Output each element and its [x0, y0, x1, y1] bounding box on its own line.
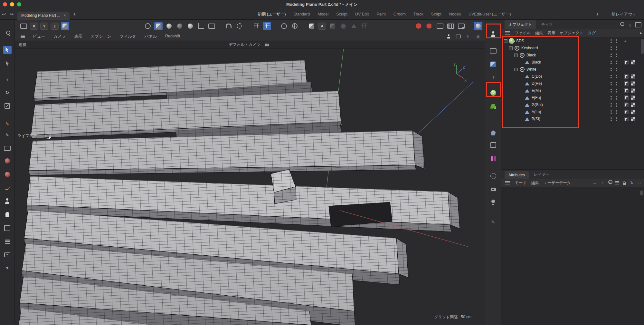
- viewport-panels-icon[interactable]: [475, 34, 481, 40]
- render-visibility-dots[interactable]: [615, 60, 618, 65]
- expander-icon[interactable]: −: [514, 68, 518, 71]
- phong-tag-icon[interactable]: [624, 95, 629, 100]
- subdivision-surface-button[interactable]: [489, 89, 497, 97]
- layout-tab-2[interactable]: Model: [314, 9, 332, 19]
- editor-visibility-dots[interactable]: [610, 74, 612, 79]
- tree-item-keyboard[interactable]: −Keyboard: [501, 44, 642, 52]
- uv-tag-icon[interactable]: [631, 103, 635, 107]
- tree-item-black[interactable]: −Black: [501, 52, 642, 59]
- om-tab-0[interactable]: オブジェクト: [505, 20, 536, 29]
- axis-gizmo[interactable]: Y Z X: [451, 62, 468, 83]
- render-picture-viewer-button[interactable]: [425, 22, 433, 30]
- tree-item-cdo[interactable]: C(Do): [501, 73, 642, 80]
- layout-tab-7[interactable]: Track: [410, 9, 427, 19]
- attr-menu-icon[interactable]: [505, 180, 510, 186]
- more-tools-button[interactable]: ▾: [3, 264, 12, 272]
- redo-icon[interactable]: ↪: [8, 11, 15, 17]
- cylinder-tool[interactable]: [3, 210, 12, 219]
- om-menu-item-4[interactable]: タグ: [588, 30, 596, 36]
- render-visibility-dots[interactable]: [615, 53, 618, 58]
- live-selection-tool[interactable]: [3, 46, 12, 54]
- plane-mode-icon[interactable]: [207, 22, 216, 30]
- snap-settings-icon[interactable]: [235, 22, 243, 30]
- layout-tab-0[interactable]: 初期 (ユーザー): [254, 9, 289, 19]
- viewport-menu-item-1[interactable]: カメラ: [53, 34, 66, 39]
- volume-builder-tool[interactable]: [3, 157, 12, 165]
- annotate-button[interactable]: ✎: [489, 218, 497, 226]
- render-visibility-dots[interactable]: [615, 116, 618, 122]
- coordinate-system-button[interactable]: [61, 22, 69, 30]
- lock-icon[interactable]: [621, 180, 627, 186]
- list-icon[interactable]: [614, 180, 620, 186]
- tree-item-sds[interactable]: −SDS✓: [501, 37, 642, 44]
- points-disabled-icon[interactable]: [350, 22, 358, 30]
- axis-lock-z-button[interactable]: Z: [51, 23, 59, 30]
- cube-disabled-icon[interactable]: [328, 22, 337, 30]
- mograph-tool[interactable]: [3, 237, 12, 246]
- tree-item-white[interactable]: −White: [501, 66, 642, 73]
- axis-lock-y-button[interactable]: Y: [40, 23, 48, 30]
- layout-tab-9[interactable]: Nodes: [445, 9, 465, 19]
- render-view-button[interactable]: [414, 22, 423, 30]
- render-visibility-dots[interactable]: [615, 45, 618, 51]
- cube-button[interactable]: [489, 60, 497, 68]
- tree-item-ffa[interactable]: F(Fa): [501, 94, 642, 101]
- search-tool[interactable]: [3, 29, 12, 38]
- phong-tag-icon[interactable]: [624, 81, 629, 86]
- letter-a-icon[interactable]: A: [318, 23, 326, 30]
- phong-tag-icon[interactable]: [624, 103, 629, 107]
- om-menu-item-1[interactable]: 編集: [535, 30, 543, 36]
- up-icon[interactable]: ↑: [599, 180, 605, 186]
- render-visibility-dots[interactable]: [615, 74, 618, 79]
- refresh-icon[interactable]: ↻: [629, 180, 635, 186]
- expander-icon[interactable]: −: [504, 39, 507, 43]
- attr-menu-item-2[interactable]: ユーザーデータ: [544, 180, 571, 186]
- expander-icon[interactable]: −: [514, 54, 518, 57]
- tree-item-bsi[interactable]: B(Si): [501, 115, 642, 123]
- editor-visibility-dots[interactable]: [610, 95, 612, 101]
- expander-icon[interactable]: −: [509, 46, 513, 50]
- shape-disabled-icon[interactable]: [339, 22, 347, 30]
- pen-tool[interactable]: ✎: [3, 120, 12, 128]
- editor-visibility-dots[interactable]: [610, 45, 612, 51]
- null-object-button[interactable]: [489, 30, 497, 38]
- uv-tag-icon[interactable]: [631, 95, 635, 100]
- editor-visibility-dots[interactable]: [610, 60, 612, 65]
- editor-visibility-dots[interactable]: [610, 38, 612, 44]
- editor-visibility-dots[interactable]: [610, 102, 612, 108]
- figure-tool[interactable]: [3, 197, 12, 205]
- tree-item-ala[interactable]: A(La): [501, 108, 642, 115]
- om-menu-item-0[interactable]: ファイル: [515, 30, 531, 36]
- picture-viewer-button[interactable]: [446, 22, 455, 30]
- volume-mesher-tool[interactable]: [3, 170, 12, 179]
- viewport-menu-icon[interactable]: [19, 32, 27, 41]
- layout-tab-1[interactable]: Standard: [289, 9, 314, 19]
- uv-tag-icon[interactable]: [631, 60, 635, 64]
- save-render-button[interactable]: [457, 22, 465, 30]
- deformer-tool[interactable]: [3, 251, 12, 259]
- viewport-menu-item-4[interactable]: フィルタ: [119, 34, 136, 39]
- bookmark-icon[interactable]: [635, 22, 641, 28]
- render-visibility-dots[interactable]: [615, 88, 618, 94]
- axis-lock-x-button[interactable]: X: [30, 23, 38, 30]
- edit-render-settings-button[interactable]: [436, 22, 444, 30]
- add-layout-tab-button[interactable]: +: [593, 11, 602, 17]
- phong-tag-icon[interactable]: [624, 110, 629, 114]
- enabled-check-icon[interactable]: ✓: [624, 39, 627, 43]
- viewport-menu-item-5[interactable]: パネル: [145, 34, 157, 39]
- viewport-menu-item-6[interactable]: Redshift: [165, 34, 180, 39]
- viewport-canvas[interactable]: ライブ選択 グリッド間隔 : 50 cm Y Z X: [15, 49, 485, 325]
- axis-edit-icon[interactable]: [154, 22, 163, 30]
- move-tool[interactable]: +: [3, 75, 12, 84]
- symmetry-button[interactable]: [489, 154, 497, 163]
- grid-disabled-icon[interactable]: [360, 22, 369, 30]
- store-view-icon[interactable]: [455, 34, 461, 40]
- om-menu-item-3[interactable]: オブジェクト: [560, 30, 583, 36]
- scale-tool[interactable]: [3, 102, 12, 110]
- tweak-tool[interactable]: [3, 144, 12, 153]
- editor-visibility-dots[interactable]: [610, 53, 612, 58]
- viewport-menu-item-0[interactable]: ビュー: [33, 34, 45, 39]
- render-visibility-dots[interactable]: [615, 38, 618, 44]
- add-document-tab-button[interactable]: +: [70, 11, 79, 17]
- back-icon[interactable]: ←: [592, 180, 598, 186]
